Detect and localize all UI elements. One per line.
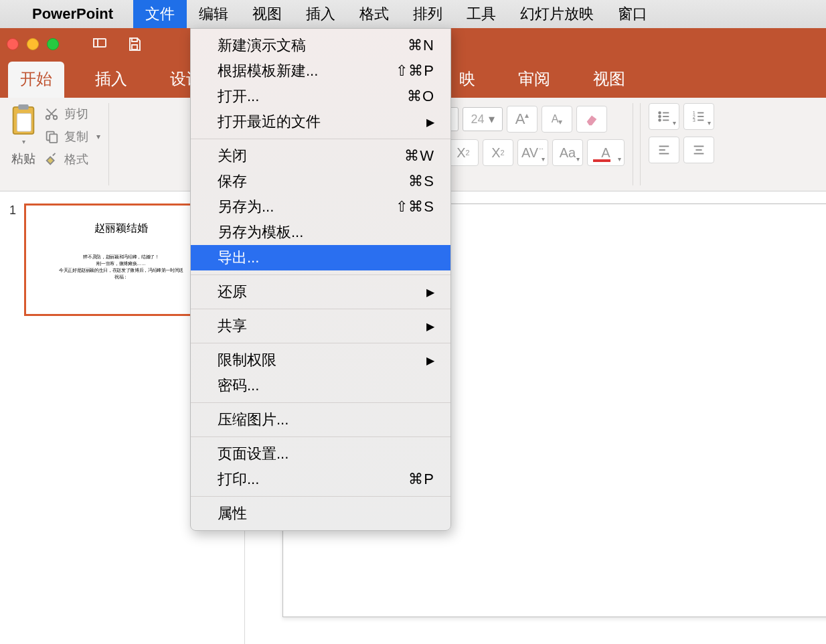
bullets-button[interactable]: [649, 103, 679, 130]
tab-review[interactable]: 审阅: [506, 62, 562, 98]
menu-item-label: 导出...: [218, 248, 259, 268]
file-menu-item[interactable]: 另存为...⇧⌘S: [191, 194, 450, 220]
menu-item-shortcut: ⌘N: [408, 37, 434, 54]
menu-separator: [191, 402, 450, 403]
menubar-window[interactable]: 窗口: [606, 0, 659, 28]
tab-insert[interactable]: 插入: [83, 62, 139, 98]
file-menu-item[interactable]: 导出...: [191, 245, 450, 270]
file-menu-item[interactable]: 另存为模板...: [191, 220, 450, 245]
menu-item-label: 共享: [218, 316, 247, 336]
slide-number: 1: [9, 204, 16, 632]
menu-item-label: 压缩图片...: [218, 410, 288, 430]
tab-home[interactable]: 开始: [8, 62, 64, 98]
submenu-arrow-icon: ▶: [426, 320, 434, 333]
svg-point-13: [659, 116, 661, 118]
file-menu-item[interactable]: 打开...⌘O: [191, 84, 450, 109]
menu-item-label: 根据模板新建...: [218, 61, 318, 81]
cut-label: 剪切: [64, 106, 88, 122]
svg-point-15: [659, 119, 661, 121]
file-menu-item[interactable]: 共享▶: [191, 313, 450, 339]
svg-rect-1: [94, 39, 98, 47]
slide-thumbnail[interactable]: 赵丽颖结婚 猝不及防，赵丽颖和冯绍峰，结婚了！ 刚一宣布，微博瘫痪…… 今天正好…: [24, 204, 218, 316]
cut-button[interactable]: 剪切: [44, 106, 100, 122]
font-color-button[interactable]: A: [587, 139, 625, 166]
menubar-slideshow[interactable]: 幻灯片放映: [508, 0, 606, 28]
file-menu-item[interactable]: 压缩图片...: [191, 407, 450, 432]
subscript-button[interactable]: X2: [483, 139, 513, 166]
qat-presentation-icon[interactable]: [86, 32, 114, 56]
minimize-window-button[interactable]: [27, 38, 39, 50]
menu-item-shortcut: ⌘O: [407, 88, 434, 105]
file-menu-item[interactable]: 属性: [191, 501, 450, 526]
menu-item-shortcut: ⇧⌘S: [396, 198, 434, 216]
menu-separator: [191, 274, 450, 275]
svg-rect-2: [132, 38, 137, 42]
font-size-value: 24: [471, 112, 484, 127]
paste-button[interactable]: ▾ 粘贴: [8, 103, 39, 167]
menubar-insert[interactable]: 插入: [294, 0, 347, 28]
menu-separator: [191, 343, 450, 343]
format-painter-label: 格式: [64, 151, 88, 167]
clear-format-button[interactable]: [576, 106, 607, 133]
file-menu-item[interactable]: 限制权限▶: [191, 347, 450, 373]
menu-item-label: 另存为模板...: [218, 222, 303, 242]
svg-rect-3: [132, 45, 137, 50]
copy-label: 复制: [64, 129, 88, 145]
menu-item-label: 打印...: [218, 469, 259, 489]
menubar-tools[interactable]: 工具: [455, 0, 508, 28]
menubar-edit[interactable]: 编辑: [187, 0, 240, 28]
file-menu-item[interactable]: 还原▶: [191, 279, 450, 305]
menubar-view[interactable]: 视图: [240, 0, 294, 28]
numbering-button[interactable]: 123: [683, 103, 714, 130]
decrease-font-button[interactable]: A▾: [542, 106, 572, 133]
menu-item-label: 密码...: [218, 376, 259, 396]
menu-item-label: 打开最近的文件: [218, 112, 321, 132]
menu-item-shortcut: ⌘P: [408, 471, 434, 488]
menu-item-shortcut: ⌘W: [404, 147, 434, 165]
svg-rect-10: [50, 134, 57, 143]
file-menu-dropdown: 新建演示文稿⌘N根据模板新建...⇧⌘P打开...⌘O打开最近的文件▶关闭⌘W保…: [190, 28, 451, 531]
file-menu-item[interactable]: 打印...⌘P: [191, 467, 450, 492]
menu-separator: [191, 139, 450, 139]
font-size-combo[interactable]: 24▾: [463, 107, 503, 131]
file-menu-item[interactable]: 密码...: [191, 373, 450, 398]
menu-item-label: 关闭: [218, 146, 247, 166]
change-case-button[interactable]: Aa: [552, 139, 583, 166]
tab-view[interactable]: 视图: [581, 62, 637, 98]
tab-slideshow-partial[interactable]: 映: [447, 62, 487, 98]
zoom-window-button[interactable]: [47, 38, 59, 50]
submenu-arrow-icon: ▶: [426, 286, 434, 299]
svg-point-11: [659, 112, 661, 114]
menu-item-label: 限制权限: [218, 350, 276, 370]
menu-item-label: 保存: [218, 171, 247, 191]
close-window-button[interactable]: [7, 38, 19, 50]
qat-save-icon[interactable]: [120, 32, 149, 56]
thumb-body: 猝不及防，赵丽颖和冯绍峰，结婚了！ 刚一宣布，微博瘫痪…… 今天正好是赵丽颖的生…: [39, 254, 204, 280]
app-name[interactable]: PowerPoint: [32, 5, 113, 23]
svg-rect-0: [94, 39, 106, 47]
menubar-file[interactable]: 文件: [133, 0, 187, 28]
superscript-button[interactable]: X2: [448, 139, 479, 166]
file-menu-item[interactable]: 关闭⌘W: [191, 143, 450, 169]
file-menu-item[interactable]: 页面设置...: [191, 441, 450, 467]
increase-font-button[interactable]: A▴: [507, 106, 538, 133]
align-center-button[interactable]: [683, 137, 714, 163]
file-menu-item[interactable]: 打开最近的文件▶: [191, 109, 450, 135]
file-menu-item[interactable]: 新建演示文稿⌘N: [191, 33, 450, 58]
menu-item-shortcut: ⇧⌘P: [396, 62, 434, 80]
format-painter-button[interactable]: 格式: [44, 151, 100, 167]
menu-separator: [191, 496, 450, 497]
svg-text:3: 3: [693, 117, 695, 123]
char-spacing-button[interactable]: AV↔: [517, 139, 548, 166]
align-left-button[interactable]: [649, 137, 679, 163]
svg-rect-6: [17, 113, 31, 131]
submenu-arrow-icon: ▶: [426, 354, 434, 367]
copy-button[interactable]: 复制: [44, 129, 100, 145]
mac-menubar: PowerPoint 文件 编辑 视图 插入 格式 排列 工具 幻灯片放映 窗口: [0, 0, 826, 28]
menubar-arrange[interactable]: 排列: [401, 0, 455, 28]
menubar-format[interactable]: 格式: [347, 0, 401, 28]
submenu-arrow-icon: ▶: [426, 116, 434, 129]
file-menu-item[interactable]: 根据模板新建...⇧⌘P: [191, 58, 450, 84]
file-menu-item[interactable]: 保存⌘S: [191, 169, 450, 194]
menu-separator: [191, 309, 450, 309]
